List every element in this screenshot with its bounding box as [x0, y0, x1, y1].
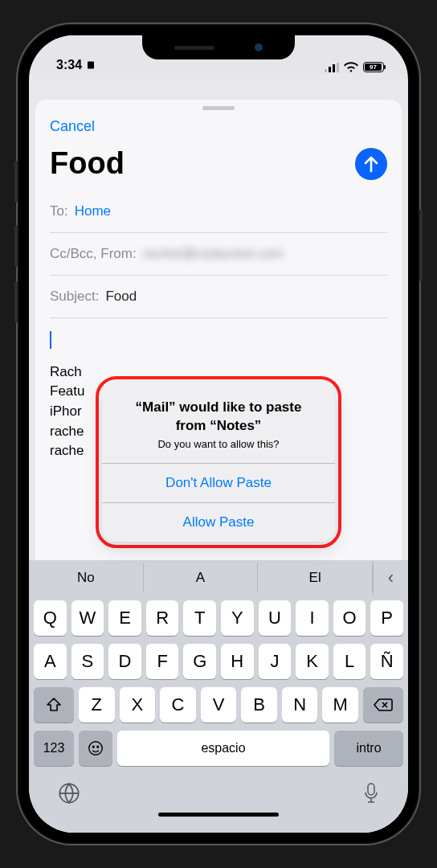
cc-label: Cc/Bcc, From: [50, 246, 137, 262]
screen: 3:34 97 Cancel Food [29, 35, 408, 833]
key-o[interactable]: O [333, 600, 366, 636]
svg-rect-1 [325, 69, 327, 72]
cancel-button[interactable]: Cancel [50, 118, 95, 135]
key-f[interactable]: F [146, 644, 179, 679]
prediction-collapse[interactable]: ‹ [373, 561, 408, 595]
sheet-grabber[interactable] [202, 106, 235, 110]
key-y[interactable]: Y [221, 600, 254, 636]
key-a[interactable]: A [34, 644, 67, 679]
backspace-key[interactable] [363, 687, 403, 723]
shift-icon [46, 698, 62, 712]
key-r[interactable]: R [146, 600, 179, 636]
key-x[interactable]: X [120, 687, 156, 723]
key-q[interactable]: Q [34, 600, 67, 636]
text-cursor [50, 331, 51, 349]
prediction-3[interactable]: El [258, 563, 373, 592]
globe-icon [58, 782, 80, 805]
key-enye[interactable]: Ñ [370, 644, 403, 679]
subject-value: Food [105, 289, 137, 305]
key-p[interactable]: P [370, 600, 403, 636]
keyboard: No A El ‹ Q W E R T Y U I O P [29, 560, 408, 833]
status-time: 3:34 [56, 58, 82, 72]
subject-field[interactable]: Subject: Food [50, 276, 387, 318]
prediction-2[interactable]: A [144, 563, 259, 592]
wifi-icon [344, 62, 358, 72]
iphone-frame: 3:34 97 Cancel Food [18, 24, 419, 844]
key-row-2: A S D F G H J K L Ñ [34, 644, 403, 679]
key-w[interactable]: W [71, 600, 104, 636]
key-row-3: Z X C V B N M [34, 687, 403, 723]
dictation-key[interactable] [363, 782, 379, 805]
battery-icon: 97 [363, 62, 384, 72]
svg-rect-2 [329, 67, 331, 72]
paste-permission-alert: “Mail” would like to paste from “Notes” … [102, 383, 335, 541]
svg-rect-9 [368, 784, 374, 795]
dont-allow-paste-button[interactable]: Don't Allow Paste [102, 463, 335, 502]
emoji-icon [87, 739, 104, 757]
compose-title: Food [50, 146, 125, 181]
subject-label: Subject: [50, 289, 99, 305]
alert-title: “Mail” would like to paste from “Notes” [120, 399, 317, 434]
home-indicator[interactable] [158, 813, 279, 817]
key-l[interactable]: L [333, 644, 366, 679]
key-row-1: Q W E R T Y U I O P [34, 600, 403, 636]
key-i[interactable]: I [296, 600, 329, 636]
svg-rect-4 [337, 63, 339, 72]
key-u[interactable]: U [259, 600, 292, 636]
key-d[interactable]: D [108, 644, 141, 679]
allow-paste-button[interactable]: Allow Paste [102, 502, 335, 542]
key-k[interactable]: K [296, 644, 329, 679]
key-e[interactable]: E [108, 600, 141, 636]
key-row-4: 123 espacio intro [34, 731, 403, 766]
key-g[interactable]: G [183, 644, 216, 679]
from-value: rachel@redacted.com [143, 246, 284, 262]
key-b[interactable]: B [241, 687, 277, 723]
svg-point-6 [92, 746, 94, 747]
key-c[interactable]: C [160, 687, 196, 723]
key-h[interactable]: H [221, 644, 254, 679]
globe-key[interactable] [58, 782, 80, 805]
ccbcc-field[interactable]: Cc/Bcc, From: rachel@redacted.com [50, 233, 387, 276]
numbers-key[interactable]: 123 [34, 731, 74, 766]
alert-message: Do you want to allow this? [120, 438, 317, 450]
prediction-1[interactable]: No [29, 563, 144, 592]
key-m[interactable]: M [322, 687, 358, 723]
mic-icon [363, 782, 379, 805]
svg-rect-0 [88, 62, 94, 69]
to-field[interactable]: To: Home [50, 190, 387, 233]
sig-line: Rach [50, 362, 387, 383]
backspace-icon [374, 698, 393, 712]
shift-key[interactable] [34, 687, 74, 723]
svg-rect-3 [333, 64, 335, 72]
notch [142, 35, 295, 59]
prediction-bar: No A El ‹ [29, 560, 408, 596]
key-v[interactable]: V [201, 687, 237, 723]
emoji-key[interactable] [79, 731, 112, 766]
to-label: To: [50, 203, 68, 219]
key-z[interactable]: Z [79, 687, 115, 723]
space-key[interactable]: espacio [117, 731, 329, 766]
key-j[interactable]: J [259, 644, 292, 679]
arrow-up-icon [363, 155, 379, 173]
key-s[interactable]: S [71, 644, 104, 679]
key-t[interactable]: T [183, 600, 216, 636]
key-n[interactable]: N [282, 687, 318, 723]
send-button[interactable] [355, 148, 387, 180]
svg-point-7 [97, 746, 99, 747]
return-key[interactable]: intro [334, 731, 403, 766]
to-value[interactable]: Home [75, 203, 111, 219]
svg-point-5 [89, 742, 103, 755]
cell-signal-icon [325, 63, 339, 72]
alert-highlight: “Mail” would like to paste from “Notes” … [96, 376, 341, 547]
